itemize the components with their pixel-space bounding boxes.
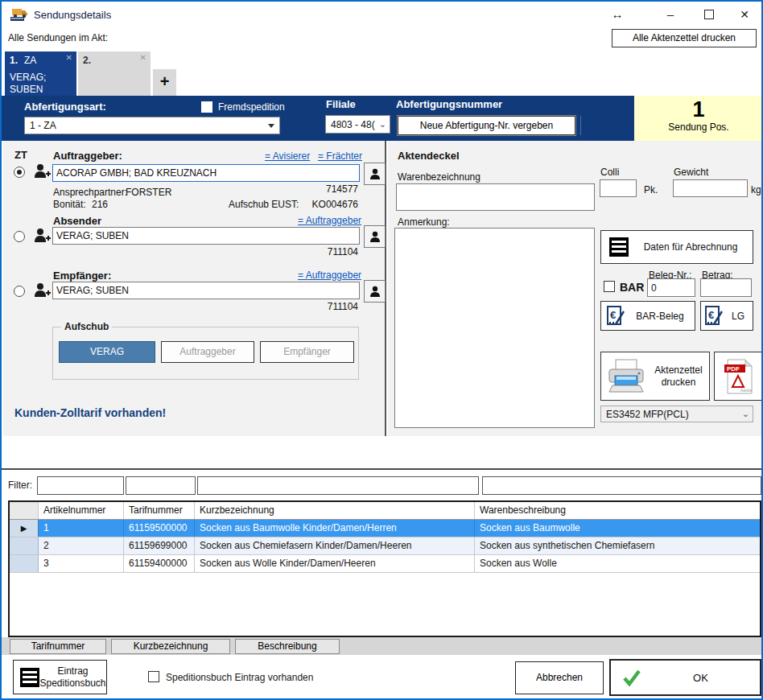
filiale-select[interactable]: 4803 - 48( ⌄ xyxy=(325,115,390,134)
column-header-tarifnummer[interactable]: Tarifnummer xyxy=(124,502,195,519)
printer-icon xyxy=(606,358,648,395)
copy-kurzbezeichnung-button[interactable]: Kurzbezeichnung kopieren xyxy=(111,639,230,654)
copy-beschreibung-button[interactable]: Beschreibung kopieren xyxy=(235,639,340,654)
abfertigungsnummer-label: Abfertigungsnummer xyxy=(396,98,502,110)
aufschub-label: Aufschub xyxy=(61,321,112,332)
fraechter-link[interactable]: = Frächter xyxy=(318,150,362,162)
lg-button[interactable]: € LG xyxy=(700,301,753,331)
person-add-icon[interactable] xyxy=(32,281,52,300)
tab-1-close-icon[interactable]: ✕ xyxy=(66,54,72,62)
chevron-down-icon: ⌄ xyxy=(379,119,386,130)
euro-receipt-icon: € xyxy=(606,305,625,327)
tab-1-line2: VERAG; xyxy=(10,72,72,83)
warenbezeichnung-label: Warenbezeichnung xyxy=(398,171,480,183)
kg-label: kg xyxy=(751,184,761,196)
beleg-nr-input[interactable] xyxy=(647,278,695,297)
fremdspedition-label: Fremdspedition xyxy=(218,101,285,113)
tab-sendung-2[interactable]: 2. ✕ xyxy=(78,51,151,96)
bar-checkbox[interactable] xyxy=(604,281,615,292)
svg-text:Adobe: Adobe xyxy=(740,388,753,393)
sendung-position-box: 1 Sendung Pos. xyxy=(634,96,763,141)
filiale-value: 4803 - 48( xyxy=(331,119,375,130)
copy-strip: Tarifnummer kopieren Kurzbezeichnung kop… xyxy=(2,637,761,655)
close-icon[interactable]: ✕ xyxy=(734,6,755,23)
filter-artikelnummer-input[interactable] xyxy=(37,476,124,495)
ansprechpartner-label: Ansprechpartner: xyxy=(53,187,127,198)
dropdown-arrow-icon xyxy=(268,124,274,128)
daten-abrechnung-button[interactable]: Daten für Abrechnung xyxy=(600,230,753,264)
row-selector-header xyxy=(10,502,39,519)
aufschub-eust-label: Aufschub EUST: xyxy=(229,199,299,210)
abfertigungsart-select[interactable]: 1 - ZA xyxy=(24,117,280,134)
neue-abfertigung-nr-button[interactable]: Neue Abfertigung-Nr. vergeben xyxy=(398,116,575,135)
auftraggeber-number: 714577 xyxy=(326,183,358,195)
title-bar: Sendungsdetails ↔ – ✕ xyxy=(2,2,761,26)
filter-warenbeschreibung-input[interactable] xyxy=(482,476,761,495)
aktendeckel-label: Aktendeckel xyxy=(398,150,460,162)
cell-kurzbezeichnung: Socken aus Baumwolle Kinder/Damen/Herren xyxy=(195,520,475,537)
aufschub-auftraggeber-button[interactable]: Auftraggeber xyxy=(161,341,254,363)
table-row[interactable]: 2 61159699000 Socken aus Chemiefasern Ki… xyxy=(10,537,760,555)
table-row[interactable]: ▶ 1 61159500000 Socken aus Baumwolle Kin… xyxy=(10,520,760,537)
eintrag-speditionsbuch-button[interactable]: Eintrag Speditionsbuch xyxy=(13,660,107,694)
colli-input[interactable] xyxy=(600,179,637,197)
table-row[interactable]: 3 61159400000 Socken aus Wolle Kinder/Da… xyxy=(10,555,760,573)
print-all-aktenzettel-button[interactable]: Alle Aktenzettel drucken xyxy=(612,29,757,47)
window-title: Sendungsdetails xyxy=(34,9,111,21)
filter-tarifnummer-input[interactable] xyxy=(126,476,196,495)
tab-sendung-1[interactable]: 1.ZA ✕ VERAG; SUBEN xyxy=(5,51,76,96)
absender-radio[interactable] xyxy=(14,231,25,242)
filter-kurzbezeichnung-input[interactable] xyxy=(197,476,479,495)
avisierer-link[interactable]: = Avisierer xyxy=(265,150,310,162)
empfaenger-radio[interactable] xyxy=(14,286,25,297)
maximize-icon[interactable] xyxy=(699,6,720,23)
empfaenger-auftraggeber-link[interactable]: = Auftraggeber xyxy=(298,270,361,281)
bar-beleg-button[interactable]: € BAR-Beleg xyxy=(600,301,695,331)
eintrag-line1: Eintrag xyxy=(57,665,88,677)
anmerkung-input[interactable] xyxy=(394,228,595,428)
empfaenger-contact-button[interactable] xyxy=(364,280,386,303)
cell-tarifnummer: 61159699000 xyxy=(124,537,195,554)
aufschub-group: Aufschub VERAG Auftraggeber Empfänger xyxy=(52,327,359,380)
ok-button[interactable]: OK xyxy=(609,659,761,696)
aufschub-verag-button[interactable]: VERAG xyxy=(59,341,155,363)
column-header-warenbeschreibung[interactable]: Warenbeschreibung xyxy=(475,502,760,519)
filter-label: Filter: xyxy=(8,480,32,491)
auftraggeber-radio[interactable] xyxy=(14,167,25,178)
cell-artikelnummer: 1 xyxy=(39,520,124,537)
person-add-icon[interactable] xyxy=(32,162,52,181)
resize-icon[interactable]: ↔ xyxy=(607,6,628,23)
filiale-label: Filiale xyxy=(326,98,356,110)
colli-label: Colli xyxy=(600,167,619,178)
auftraggeber-contact-button[interactable] xyxy=(364,163,386,185)
abbrechen-button[interactable]: Abbrechen xyxy=(515,661,604,694)
cell-kurzbezeichnung: Socken aus Chemiefasern Kinder/Damen/Hee… xyxy=(195,537,475,554)
eintrag-line2: Speditionsbuch xyxy=(39,677,105,689)
person-add-icon[interactable] xyxy=(32,226,52,245)
absender-contact-button[interactable] xyxy=(364,225,386,248)
artikel-table: Artikelnummer Tarifnummer Kurzbezeichnun… xyxy=(8,500,761,637)
column-header-kurzbezeichnung[interactable]: Kurzbezeichnung xyxy=(195,502,475,519)
minimize-icon[interactable]: – xyxy=(660,6,681,23)
betrag-input[interactable] xyxy=(700,278,752,297)
printer-select[interactable]: ES3452 MFP(PCL) ⌄ xyxy=(600,406,753,422)
add-tab-button[interactable]: + xyxy=(153,69,176,96)
empfaenger-input[interactable] xyxy=(52,282,360,299)
auftraggeber-input[interactable] xyxy=(52,164,360,182)
aktenzettel-drucken-button[interactable]: Aktenzettel drucken xyxy=(600,352,710,401)
column-header-artikelnummer[interactable]: Artikelnummer xyxy=(39,502,124,519)
absender-auftraggeber-link[interactable]: = Auftraggeber xyxy=(298,215,361,226)
svg-text:PDF: PDF xyxy=(727,365,740,373)
fremdspedition-checkbox[interactable] xyxy=(201,101,212,113)
pk-label: Pk. xyxy=(644,184,658,196)
absender-input[interactable] xyxy=(52,227,360,245)
copy-tarifnummer-button[interactable]: Tarifnummer kopieren xyxy=(10,639,106,654)
warenbezeichnung-input[interactable] xyxy=(396,183,595,211)
gewicht-input[interactable] xyxy=(673,179,748,197)
bonitaet-label: Bonität: xyxy=(53,199,86,210)
bar-label: BAR xyxy=(620,281,644,294)
speditionsbuch-checkbox[interactable] xyxy=(148,671,159,682)
aufschub-empfaenger-button[interactable]: Empfänger xyxy=(260,341,354,363)
tab-2-close-icon[interactable]: ✕ xyxy=(140,54,146,62)
pdf-export-button[interactable]: PDF Adobe xyxy=(714,352,762,401)
